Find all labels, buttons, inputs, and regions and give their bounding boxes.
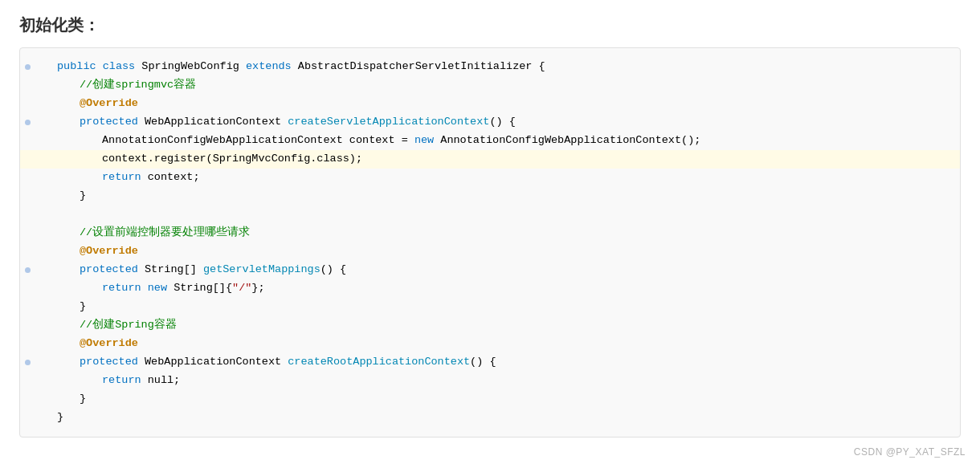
gutter [20,316,35,335]
page-heading: 初始化类： [19,14,980,36]
code-line: protected String[] getServletMappings() … [20,261,960,279]
code-token: @Override [80,245,138,257]
code-content: protected WebApplicationContext createRo… [35,353,960,372]
code-token: @Override [80,337,138,349]
code-token: class [103,60,136,72]
gutter [20,261,35,279]
code-content: @Override [35,95,960,113]
gutter [20,113,35,132]
code-content: return null; [35,372,960,390]
code-line: return new String[]{"/"}; [20,279,960,298]
code-token: //创建Spring容器 [80,319,177,331]
gutter [20,390,35,409]
code-line: return context; [20,169,960,187]
code-token: return [102,374,141,386]
gutter [20,279,35,298]
gutter [20,150,35,169]
code-token: protected [80,263,138,275]
gutter-dot [25,64,31,70]
gutter [20,353,35,372]
code-content: @Override [35,242,960,261]
gutter [20,95,35,113]
code-line: } [20,390,960,409]
code-line: public class SpringWebConfig extends Abs… [20,58,960,76]
code-line: context.register(SpringMvcConfig.class); [20,150,960,169]
gutter-dot [25,360,31,365]
code-line: return null; [20,372,960,390]
code-token: new [414,134,434,146]
code-content: } [35,409,960,427]
code-content: @Override [35,335,960,353]
gutter [20,242,35,261]
code-content: AnnotationConfigWebApplicationContext co… [35,132,960,150]
code-line: AnnotationConfigWebApplicationContext co… [20,132,960,150]
code-line: } [20,409,960,427]
code-content: protected WebApplicationContext createSe… [35,113,960,132]
code-token: //设置前端控制器要处理哪些请求 [80,226,250,238]
code-token: //创建springmvc容器 [80,79,196,91]
code-line: //设置前端控制器要处理哪些请求 [20,224,960,242]
code-line: protected WebApplicationContext createRo… [20,353,960,372]
code-block: public class SpringWebConfig extends Abs… [19,47,961,438]
gutter-dot [25,120,31,125]
code-line: } [20,187,960,206]
gutter [20,187,35,206]
code-content: return context; [35,169,960,187]
code-content: } [35,298,960,316]
gutter [20,409,35,427]
gutter [20,76,35,95]
code-content: public class SpringWebConfig extends Abs… [35,58,960,76]
gutter-dot [25,267,31,273]
watermark: CSDN @PY_XAT_SFZL [854,446,966,458]
code-token: getServletMappings [203,263,321,275]
code-content: } [35,390,960,409]
code-token: createServletApplicationContext [288,116,489,128]
gutter [20,206,35,224]
code-content: //设置前端控制器要处理哪些请求 [35,224,960,242]
code-line: protected WebApplicationContext createSe… [20,113,960,132]
code-content: protected String[] getServletMappings() … [35,261,960,279]
code-token: extends [246,60,292,72]
code-content [35,206,960,224]
code-content: } [35,187,960,206]
code-token: @Override [80,97,138,109]
code-token: return [102,282,141,294]
code-line: @Override [20,95,960,113]
code-content: //创建Spring容器 [35,316,960,335]
code-token: "/" [232,282,251,294]
gutter [20,298,35,316]
page: 初始化类： public class SpringWebConfig exten… [0,0,980,464]
code-line [20,206,960,224]
code-token: new [148,282,167,294]
gutter [20,169,35,187]
code-line: @Override [20,242,960,261]
gutter [20,58,35,76]
code-token: protected [80,116,138,128]
code-line: //创建springmvc容器 [20,76,960,95]
code-token: return [102,171,141,183]
code-content: return new String[]{"/"}; [35,279,960,298]
gutter [20,372,35,390]
code-line: //创建Spring容器 [20,316,960,335]
code-content: context.register(SpringMvcConfig.class); [35,150,960,169]
code-token: protected [80,356,138,368]
code-content: //创建springmvc容器 [35,76,960,95]
gutter [20,224,35,242]
gutter [20,335,35,353]
gutter [20,132,35,150]
code-token: public [57,60,96,72]
code-line: @Override [20,335,960,353]
code-token: createRootApplicationContext [288,356,470,368]
code-line: } [20,298,960,316]
